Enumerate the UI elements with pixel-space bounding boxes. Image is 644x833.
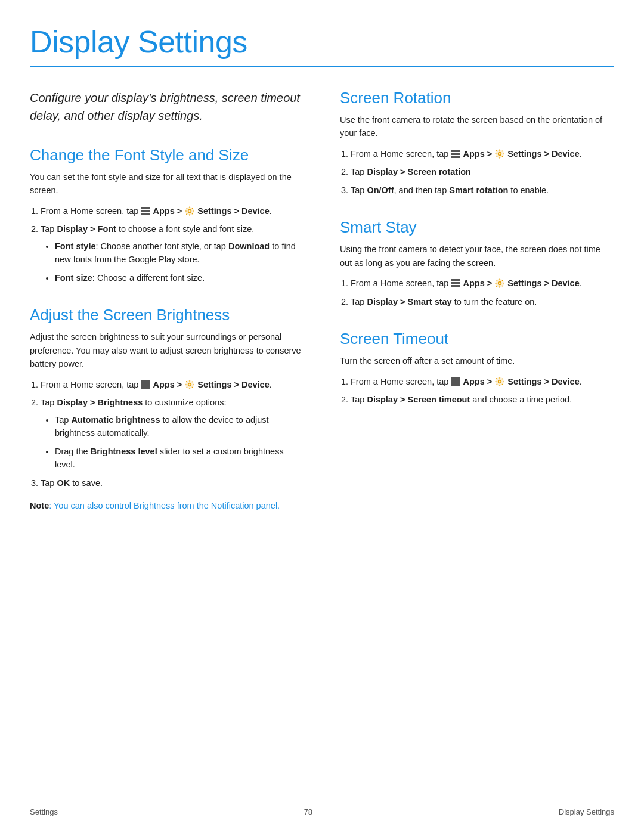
- smart-stay-step-1: From a Home screen, tap: [351, 277, 614, 290]
- svg-rect-38: [457, 285, 460, 287]
- svg-rect-35: [457, 282, 460, 284]
- brightness-steps-list: From a Home screen, tap: [30, 378, 304, 490]
- svg-rect-33: [451, 282, 454, 284]
- font-bullets: Font style: Choose another font style, o…: [41, 240, 304, 284]
- smart-stay-steps-list: From a Home screen, tap: [340, 277, 614, 308]
- svg-rect-8: [147, 213, 150, 215]
- apps-grid-icon-3: [451, 149, 463, 159]
- svg-rect-47: [454, 383, 457, 386]
- page-title: Display Settings: [30, 24, 614, 60]
- font-step-1: From a Home screen, tap: [41, 205, 304, 218]
- svg-rect-46: [451, 383, 454, 386]
- section-smart-stay: Smart Stay Using the front camera to det…: [340, 218, 614, 308]
- footer-left: Settings: [30, 807, 58, 816]
- svg-rect-16: [141, 386, 144, 389]
- svg-rect-10: [141, 380, 144, 383]
- apps-grid-icon: [141, 206, 153, 216]
- svg-rect-25: [457, 153, 460, 155]
- svg-rect-17: [144, 386, 147, 389]
- screen-timeout-steps-list: From a Home screen, tap: [340, 375, 614, 407]
- svg-rect-11: [144, 380, 147, 383]
- font-step-2: Tap Display > Font to choose a font styl…: [41, 222, 304, 284]
- two-column-layout: Configure your display's brightness, scr…: [30, 89, 614, 534]
- smart-stay-section-title: Smart Stay: [340, 218, 614, 237]
- svg-rect-37: [454, 285, 457, 287]
- svg-rect-28: [457, 156, 460, 158]
- svg-rect-4: [144, 210, 147, 212]
- section-brightness: Adjust the Screen Brightness Adjust the …: [30, 306, 304, 512]
- rotation-steps-list: From a Home screen, tap: [340, 147, 614, 197]
- brightness-bullet-drag: Drag the Brightness level slider to set …: [55, 445, 304, 472]
- svg-rect-34: [454, 282, 457, 284]
- svg-rect-27: [454, 156, 457, 158]
- svg-rect-2: [147, 207, 150, 209]
- svg-rect-40: [451, 377, 454, 380]
- svg-rect-0: [141, 207, 144, 209]
- brightness-bullets: Tap Automatic brightness to allow the de…: [41, 413, 304, 472]
- font-bullet-style: Font style: Choose another font style, o…: [55, 240, 304, 267]
- smart-stay-step-2: Tap Display > Smart stay to turn the fea…: [351, 295, 614, 308]
- font-section-body: You can set the font style and size for …: [30, 171, 304, 197]
- screen-timeout-step-1: From a Home screen, tap: [351, 375, 614, 388]
- svg-rect-41: [454, 377, 457, 380]
- footer-right: Display Settings: [559, 807, 614, 816]
- rotation-step-1: From a Home screen, tap: [351, 147, 614, 160]
- svg-rect-24: [454, 153, 457, 155]
- svg-rect-42: [457, 377, 460, 380]
- svg-rect-3: [141, 210, 144, 212]
- svg-rect-23: [451, 153, 454, 155]
- rotation-section-body: Use the front camera to rotate the scree…: [340, 113, 614, 140]
- page-footer: Settings 78 Display Settings: [0, 801, 644, 816]
- apps-grid-icon-4: [451, 278, 463, 288]
- screen-timeout-section-title: Screen Timeout: [340, 330, 614, 348]
- brightness-step-3: Tap OK to save.: [41, 476, 304, 490]
- section-rotation: Screen Rotation Use the front camera to …: [340, 89, 614, 197]
- settings-gear-icon-5: [494, 377, 507, 386]
- rotation-step-3: Tap On/Off, and then tap Smart rotation …: [351, 184, 614, 197]
- apps-grid-icon-2: [141, 380, 153, 389]
- svg-rect-13: [141, 383, 144, 386]
- svg-rect-12: [147, 380, 150, 383]
- title-divider: [30, 66, 614, 67]
- svg-rect-15: [147, 383, 150, 386]
- font-steps-list: From a Home screen, tap: [30, 205, 304, 284]
- svg-rect-48: [457, 383, 460, 386]
- rotation-section-title: Screen Rotation: [340, 89, 614, 107]
- svg-rect-1: [144, 207, 147, 209]
- brightness-section-body: Adjust the screen brightness to suit you…: [30, 330, 304, 370]
- svg-rect-30: [451, 279, 454, 281]
- settings-gear-icon-3: [494, 149, 507, 159]
- font-bullet-size: Font size: Choose a different font size.: [55, 271, 304, 284]
- brightness-step-2: Tap Display > Brightness to customize op…: [41, 396, 304, 471]
- svg-rect-18: [147, 386, 150, 389]
- brightness-section-title: Adjust the Screen Brightness: [30, 306, 304, 324]
- svg-rect-20: [451, 150, 454, 152]
- screen-timeout-step-2: Tap Display > Screen timeout and choose …: [351, 393, 614, 406]
- svg-rect-14: [144, 383, 147, 386]
- svg-rect-32: [457, 279, 460, 281]
- brightness-bullet-auto: Tap Automatic brightness to allow the de…: [55, 413, 304, 440]
- brightness-step-1: From a Home screen, tap: [41, 378, 304, 391]
- left-column: Configure your display's brightness, scr…: [30, 89, 304, 534]
- svg-rect-5: [147, 210, 150, 212]
- font-section-title: Change the Font Style and Size: [30, 146, 304, 165]
- svg-rect-36: [451, 285, 454, 287]
- svg-rect-43: [451, 380, 454, 383]
- section-font: Change the Font Style and Size You can s…: [30, 146, 304, 284]
- page-container: Display Settings Configure your display'…: [0, 0, 644, 581]
- smart-stay-section-body: Using the front camera to detect your fa…: [340, 243, 614, 270]
- apps-grid-icon-5: [451, 377, 463, 386]
- section-screen-timeout: Screen Timeout Turn the screen off after…: [340, 330, 614, 406]
- settings-gear-icon: [184, 206, 197, 216]
- settings-gear-icon-4: [494, 278, 507, 288]
- svg-rect-31: [454, 279, 457, 281]
- svg-rect-26: [451, 156, 454, 158]
- screen-timeout-section-body: Turn the screen off after a set amount o…: [340, 354, 614, 367]
- brightness-note: Note: You can also control Brightness fr…: [30, 499, 304, 512]
- svg-rect-44: [454, 380, 457, 383]
- footer-center: 78: [304, 807, 312, 816]
- svg-rect-21: [454, 150, 457, 152]
- svg-rect-7: [144, 213, 147, 215]
- rotation-step-2: Tap Display > Screen rotation: [351, 165, 614, 178]
- intro-text: Configure your display's brightness, scr…: [30, 89, 304, 125]
